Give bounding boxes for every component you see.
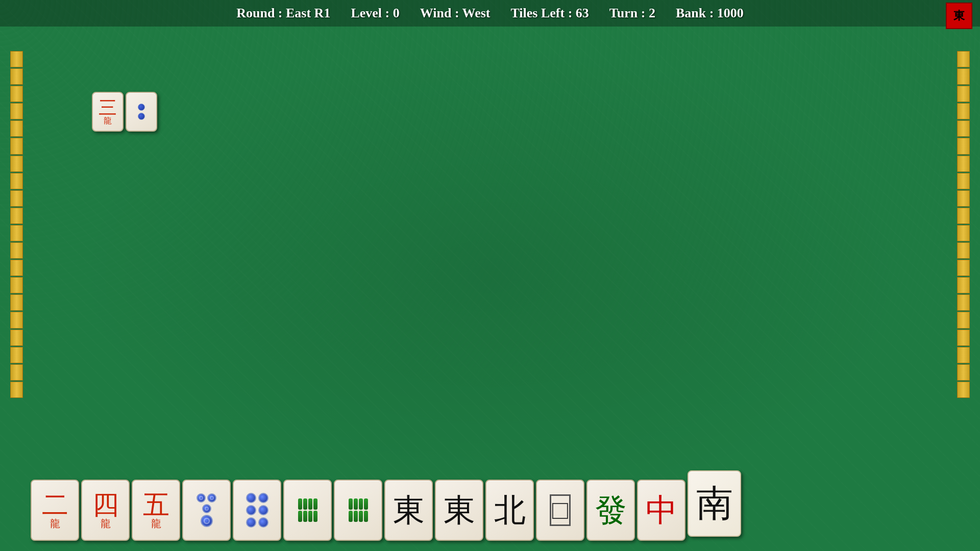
circle-row (138, 113, 145, 120)
circle-dot (138, 104, 145, 111)
hand-tile-south-drawn[interactable]: 南 (688, 470, 741, 537)
hand-tile-white-dragon[interactable]: □ (536, 480, 584, 541)
circle-dot (246, 493, 256, 503)
bamboo-stick (303, 511, 307, 522)
bamboo-stick (359, 498, 363, 510)
right-score-panel (957, 51, 970, 398)
hand-tile-4circ[interactable] (182, 480, 231, 541)
wind-char: 東 (393, 494, 425, 526)
left-score-panel (10, 51, 23, 398)
circle-dot (202, 504, 211, 513)
score-segment (10, 312, 23, 328)
score-segment (957, 242, 970, 259)
tile-content: 五 龍 (143, 492, 169, 529)
wind-char: 南 (696, 485, 733, 522)
bamboo-stick (298, 498, 302, 510)
score-segment (957, 190, 970, 207)
score-segment (10, 190, 23, 207)
tile-char-top: 三 (99, 98, 117, 117)
tile-top-char: 二 (42, 492, 68, 518)
tile-bot-char: 龍 (101, 518, 111, 529)
tile-content (138, 104, 145, 120)
discard-tile-1[interactable]: 三 龍 (92, 92, 124, 132)
tile-content: 三 龍 (99, 98, 117, 125)
hand-tile-green-dragon[interactable]: 發 (586, 480, 635, 541)
score-segment (957, 138, 970, 154)
score-segment (957, 277, 970, 293)
hand-tile-red-dragon[interactable]: 中 (637, 480, 685, 541)
score-segment (957, 312, 970, 328)
turn-label: Turn : 2 (609, 6, 655, 21)
circle-dot (258, 517, 268, 528)
bamboo-display (296, 496, 320, 524)
discard-tile-2[interactable] (126, 92, 157, 132)
tile-content: 四 龍 (92, 492, 119, 529)
score-segment (10, 208, 23, 224)
hand-tile-east-2[interactable]: 東 (435, 480, 483, 541)
circle-dot (258, 493, 268, 503)
score-segment (957, 51, 970, 67)
circles-display (138, 104, 145, 120)
wind-char: 北 (494, 494, 526, 526)
score-segment (957, 260, 970, 276)
tile-char-bottom: 龍 (104, 117, 112, 125)
bamboo-stick (308, 498, 312, 510)
score-segment (957, 120, 970, 137)
wind-label: Wind : West (420, 6, 491, 21)
tile-bot-char: 龍 (151, 518, 161, 529)
score-segment (10, 173, 23, 189)
score-segment (10, 294, 23, 311)
score-segment (10, 225, 23, 241)
circle-dot (138, 113, 145, 120)
score-segment (957, 364, 970, 381)
hand-tile-6circ[interactable] (233, 480, 281, 541)
score-segment (10, 120, 23, 137)
score-segment (957, 208, 970, 224)
game-board: Round : East R1 Level : 0 Wind : West Ti… (0, 0, 980, 551)
wind-char: 東 (444, 494, 475, 526)
score-segment (957, 294, 970, 311)
circle-dot (197, 493, 206, 503)
bamboo-stick (354, 511, 358, 522)
hand-tile-north[interactable]: 北 (485, 480, 534, 541)
score-segment (957, 382, 970, 398)
score-segment (957, 86, 970, 102)
bamboo-stick (364, 511, 368, 522)
bamboo-stick (298, 511, 302, 522)
hand-tile-2char[interactable]: 二 龍 (31, 480, 79, 541)
score-segment (10, 382, 23, 398)
circles-display (197, 493, 216, 527)
tile-content: 二 龍 (42, 492, 68, 529)
circle-dot (207, 493, 216, 503)
score-segment (10, 68, 23, 85)
circle-dot (258, 505, 268, 515)
status-bar: Round : East R1 Level : 0 Wind : West Ti… (0, 0, 980, 27)
hand-tile-5char[interactable]: 五 龍 (132, 480, 180, 541)
score-segment (10, 277, 23, 293)
wind-button-symbol: 東 (953, 8, 965, 23)
wind-indicator-button[interactable]: 東 (946, 3, 972, 29)
score-segment (957, 68, 970, 85)
level-label: Level : 0 (351, 6, 399, 21)
hand-tile-4char[interactable]: 四 龍 (81, 480, 130, 541)
score-segment (10, 260, 23, 276)
score-segment (10, 347, 23, 363)
hand-tile-8bam-2[interactable] (334, 480, 382, 541)
bamboo-stick (313, 498, 317, 510)
bamboo-stick (349, 498, 353, 510)
score-segment (10, 330, 23, 346)
score-segment (957, 330, 970, 346)
circle-dot (246, 517, 256, 528)
score-segment (957, 156, 970, 172)
hand-tile-east-1[interactable]: 東 (384, 480, 433, 541)
score-segment (10, 242, 23, 259)
bamboo-display (347, 496, 370, 524)
score-segment (10, 51, 23, 67)
circle-row (201, 515, 213, 527)
bamboo-stick (359, 511, 363, 522)
bamboo-stick (313, 511, 317, 522)
circle-row (202, 504, 211, 513)
hand-tile-8bam-1[interactable] (283, 480, 332, 541)
score-segment (957, 225, 970, 241)
score-segment (10, 86, 23, 102)
